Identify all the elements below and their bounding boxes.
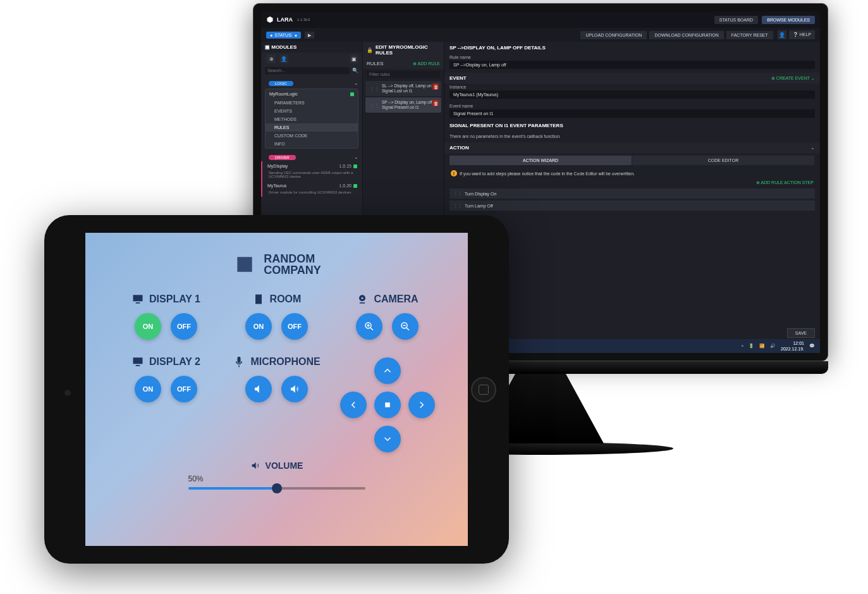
app-header: LARA 1.1.3b3 STATUS BOARD BROWSE MODULES <box>261 11 820 28</box>
app-version: 1.1.3b3 <box>297 18 310 22</box>
volume-high-icon <box>289 383 300 395</box>
status-button[interactable]: ● STATUS: ● <box>266 32 301 39</box>
display1-title: DISPLAY 1 <box>131 293 200 306</box>
module-sub-customcode[interactable]: CUSTOM CODE <box>266 132 358 140</box>
chevron-down-icon[interactable]: ⌄ <box>810 145 815 151</box>
search-icon[interactable]: 🔍 <box>352 68 358 73</box>
grip-icon[interactable]: ⋮⋮ <box>369 102 379 108</box>
grip-icon[interactable]: ⋮⋮ <box>453 191 462 196</box>
collapse-button[interactable]: ▣ <box>350 54 358 63</box>
modules-title: ▣ MODULES <box>265 44 296 50</box>
logic-module-card: MyRoomLogic PARAMETERS EVENTS METHODS RU… <box>265 89 358 149</box>
svg-point-1 <box>362 297 364 299</box>
module-sub-rules[interactable]: RULES <box>266 123 358 132</box>
action-item[interactable]: ⋮⋮Turn Display On <box>449 189 815 199</box>
config-bar: UPLOAD CONFIGURATION DOWNLOAD CONFIGURAT… <box>580 30 815 39</box>
camera-dpad <box>338 356 437 454</box>
header-actions: STATUS BOARD BROWSE MODULES <box>712 17 815 23</box>
new-module-button[interactable]: ⊕ <box>267 54 276 63</box>
create-event-button[interactable]: ⊕ CREATE EVENT ⌄ <box>771 76 815 81</box>
door-icon <box>252 293 265 306</box>
display1-off-button[interactable]: OFF <box>171 313 197 340</box>
home-button[interactable] <box>471 377 496 402</box>
delete-rule-button[interactable]: 🗑 <box>432 84 439 90</box>
camera-zoom-out-button[interactable] <box>392 313 419 340</box>
rule-item-sl[interactable]: ⋮⋮ SL --> Display off, Lamp on Signal Lo… <box>365 81 441 96</box>
tray-time[interactable]: 12:012022.12.19. <box>781 340 804 352</box>
play-button[interactable]: ▶ <box>305 32 314 39</box>
instance-select[interactable]: MyTaurus1 (MyTaurus) <box>449 90 815 99</box>
tray-chevron-icon[interactable]: ^ <box>742 344 743 349</box>
status-board-button[interactable]: STATUS BOARD <box>714 16 758 24</box>
room-off-button[interactable]: OFF <box>281 313 308 340</box>
chevron-down-icon[interactable]: ⌄ <box>354 154 358 160</box>
volume-icon <box>250 461 260 471</box>
display2-on-button[interactable]: ON <box>135 376 161 402</box>
add-action-step-button[interactable]: ⊕ ADD RULE ACTION STEP <box>444 179 820 187</box>
driver-mydisplay[interactable]: MyDisplay1.0.15 Sending CEC commands ove… <box>261 161 362 181</box>
display1-on-button[interactable]: ON <box>135 313 161 340</box>
user-module-button[interactable]: 👤 <box>279 54 288 63</box>
tab-code-editor[interactable]: CODE EDITOR <box>632 156 815 165</box>
logic-category[interactable]: LOGIC <box>269 81 293 86</box>
filter-rules-input[interactable] <box>367 71 440 78</box>
eventname-select[interactable]: Signal Present on I1 <box>449 109 815 118</box>
display2-off-button[interactable]: OFF <box>171 376 197 402</box>
mic-mute-button[interactable] <box>245 376 272 402</box>
tray-wifi-icon[interactable]: 📶 <box>759 343 765 349</box>
camera-right-button[interactable] <box>408 392 435 418</box>
eventname-label: Event name <box>444 102 820 108</box>
browse-modules-button[interactable]: BROWSE MODULES <box>762 16 815 24</box>
tablet-camera-icon <box>64 390 71 396</box>
status-dot-icon <box>350 92 354 96</box>
grip-icon[interactable]: ⋮⋮ <box>369 86 379 92</box>
tray-volume-icon[interactable]: 🔊 <box>770 343 776 349</box>
help-button[interactable]: ❔ HELP <box>789 30 815 39</box>
grip-icon[interactable]: ⋮⋮ <box>453 203 462 208</box>
tray-battery-icon[interactable]: 🔋 <box>749 343 754 349</box>
user-icon[interactable]: 👤 <box>778 30 786 39</box>
rules-head: 🔒 EDIT MYROOMLOGIC RULES <box>363 42 444 58</box>
overwrite-warning: !If you want to add steps please notice … <box>444 168 820 179</box>
chevron-down-icon[interactable]: ⌄ <box>354 80 358 86</box>
room-on-button[interactable]: ON <box>245 313 272 340</box>
module-sub-info[interactable]: INFO <box>266 140 358 148</box>
factory-reset-button[interactable]: FACTORY RESET <box>726 31 773 39</box>
module-sub-methods[interactable]: METHODS <box>266 115 358 123</box>
module-sub-parameters[interactable]: PARAMETERS <box>266 99 358 107</box>
rule-item-sp[interactable]: ⋮⋮ SP --> Display on, Lamp off Signal Pr… <box>365 97 441 113</box>
company-name: RANDOMCOMPANY <box>264 253 321 276</box>
camera-stop-button[interactable] <box>374 392 401 418</box>
upload-config-button[interactable]: UPLOAD CONFIGURATION <box>580 31 647 39</box>
save-button[interactable]: SAVE <box>787 328 815 338</box>
volume-control: VOLUME 50% <box>188 461 365 492</box>
webcam-icon <box>356 293 369 306</box>
tablet-bezel: RANDOMCOMPANY DISPLAY 1 ON OFF DISPLAY 2… <box>44 215 509 564</box>
driver-mytaurus[interactable]: MyTaurus1.0.20 Driver module for control… <box>261 181 362 197</box>
tab-action-wizard[interactable]: ACTION WIZARD <box>449 156 632 165</box>
action-item[interactable]: ⋮⋮Turn Lamp Off <box>449 201 815 211</box>
rule-name-input[interactable]: SP -->Display on, Lamp off <box>449 61 815 69</box>
zoom-in-icon <box>364 321 375 332</box>
camera-up-button[interactable] <box>374 357 401 384</box>
room-title: ROOM <box>252 293 302 306</box>
camera-left-button[interactable] <box>340 392 367 418</box>
instance-label: Instance <box>444 84 820 89</box>
slider-thumb[interactable] <box>272 483 282 493</box>
download-config-button[interactable]: DOWNLOAD CONFIGURATION <box>649 31 723 39</box>
camera-zoom-in-button[interactable] <box>356 313 382 340</box>
company-logo: RANDOMCOMPANY <box>232 252 321 277</box>
module-search-input[interactable] <box>265 67 350 74</box>
tray-notifications-icon[interactable]: 💬 <box>809 343 815 349</box>
lara-logo-icon <box>266 16 274 23</box>
delete-rule-button[interactable]: 🗑 <box>432 100 439 106</box>
module-sub-events[interactable]: EVENTS <box>266 107 358 115</box>
add-rule-button[interactable]: ⊕ ADD RULE <box>413 61 440 66</box>
camera-title: CAMERA <box>356 293 418 306</box>
rule-name-label: Rule name <box>444 54 820 59</box>
camera-down-button[interactable] <box>374 426 401 452</box>
volume-slider[interactable] <box>188 485 365 492</box>
module-myroomlogic[interactable]: MyRoomLogic <box>266 89 358 99</box>
driver-category[interactable]: DRIVER <box>269 155 296 160</box>
mic-unmute-button[interactable] <box>281 376 308 402</box>
